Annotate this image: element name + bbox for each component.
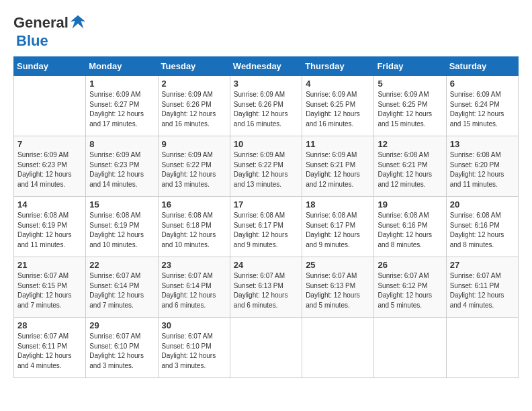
calendar-cell <box>230 318 302 378</box>
col-header-saturday: Saturday <box>446 57 518 76</box>
day-number: 15 <box>89 199 154 210</box>
calendar-week-row: 7Sunrise: 6:09 AM Sunset: 6:23 PM Daylig… <box>14 136 519 197</box>
day-number: 14 <box>17 199 82 210</box>
col-header-sunday: Sunday <box>14 57 86 76</box>
day-info: Sunrise: 6:08 AM Sunset: 6:16 PM Dayligh… <box>378 211 442 250</box>
day-info: Sunrise: 6:08 AM Sunset: 6:20 PM Dayligh… <box>450 150 515 189</box>
day-number: 5 <box>378 79 442 89</box>
logo: GeneralBlue <box>13 13 87 50</box>
day-info: Sunrise: 6:07 AM Sunset: 6:13 PM Dayligh… <box>234 271 298 310</box>
col-header-wednesday: Wednesday <box>230 57 302 76</box>
logo-blue-text: Blue <box>16 32 48 50</box>
day-number: 12 <box>378 139 442 149</box>
logo-general-text: General <box>13 14 69 32</box>
calendar-cell: 23Sunrise: 6:07 AM Sunset: 6:14 PM Dayli… <box>158 257 230 318</box>
day-number: 19 <box>378 199 442 210</box>
col-header-friday: Friday <box>374 57 446 76</box>
calendar-cell: 19Sunrise: 6:08 AM Sunset: 6:16 PM Dayli… <box>374 197 446 257</box>
calendar-cell: 6Sunrise: 6:09 AM Sunset: 6:24 PM Daylig… <box>446 76 518 136</box>
calendar-cell: 5Sunrise: 6:09 AM Sunset: 6:25 PM Daylig… <box>374 76 446 136</box>
day-number: 22 <box>89 260 154 270</box>
calendar-cell: 13Sunrise: 6:08 AM Sunset: 6:20 PM Dayli… <box>446 136 518 197</box>
calendar-header-row: SundayMondayTuesdayWednesdayThursdayFrid… <box>14 57 519 76</box>
calendar-cell: 15Sunrise: 6:08 AM Sunset: 6:19 PM Dayli… <box>86 197 158 257</box>
calendar-cell: 14Sunrise: 6:08 AM Sunset: 6:19 PM Dayli… <box>14 197 86 257</box>
col-header-monday: Monday <box>86 57 158 76</box>
calendar-cell <box>446 318 518 378</box>
calendar-cell: 11Sunrise: 6:09 AM Sunset: 6:21 PM Dayli… <box>302 136 374 197</box>
day-number: 2 <box>162 79 226 89</box>
day-info: Sunrise: 6:09 AM Sunset: 6:24 PM Dayligh… <box>450 90 515 129</box>
calendar-cell: 2Sunrise: 6:09 AM Sunset: 6:26 PM Daylig… <box>158 76 230 136</box>
calendar-cell: 25Sunrise: 6:07 AM Sunset: 6:13 PM Dayli… <box>302 257 374 318</box>
calendar-cell: 16Sunrise: 6:08 AM Sunset: 6:18 PM Dayli… <box>158 197 230 257</box>
day-number: 13 <box>450 139 515 149</box>
calendar-cell: 27Sunrise: 6:07 AM Sunset: 6:11 PM Dayli… <box>446 257 518 318</box>
day-number: 9 <box>162 139 226 149</box>
day-info: Sunrise: 6:09 AM Sunset: 6:23 PM Dayligh… <box>17 150 82 189</box>
day-info: Sunrise: 6:09 AM Sunset: 6:26 PM Dayligh… <box>234 90 298 129</box>
calendar-cell: 7Sunrise: 6:09 AM Sunset: 6:23 PM Daylig… <box>14 136 86 197</box>
calendar-cell: 1Sunrise: 6:09 AM Sunset: 6:27 PM Daylig… <box>86 76 158 136</box>
day-info: Sunrise: 6:07 AM Sunset: 6:14 PM Dayligh… <box>162 271 226 310</box>
calendar-week-row: 14Sunrise: 6:08 AM Sunset: 6:19 PM Dayli… <box>14 197 519 257</box>
day-number: 20 <box>450 199 515 210</box>
day-info: Sunrise: 6:09 AM Sunset: 6:22 PM Dayligh… <box>162 150 226 189</box>
calendar-cell: 30Sunrise: 6:07 AM Sunset: 6:10 PM Dayli… <box>158 318 230 378</box>
calendar-week-row: 28Sunrise: 6:07 AM Sunset: 6:11 PM Dayli… <box>14 318 519 378</box>
day-number: 30 <box>162 320 226 330</box>
day-number: 21 <box>17 260 82 270</box>
svg-marker-0 <box>71 15 85 29</box>
calendar-cell: 10Sunrise: 6:09 AM Sunset: 6:22 PM Dayli… <box>230 136 302 197</box>
day-info: Sunrise: 6:07 AM Sunset: 6:11 PM Dayligh… <box>450 271 515 310</box>
day-number: 27 <box>450 260 515 270</box>
day-info: Sunrise: 6:08 AM Sunset: 6:19 PM Dayligh… <box>89 211 154 250</box>
calendar-cell: 3Sunrise: 6:09 AM Sunset: 6:26 PM Daylig… <box>230 76 302 136</box>
day-info: Sunrise: 6:07 AM Sunset: 6:12 PM Dayligh… <box>378 271 442 310</box>
calendar-cell: 26Sunrise: 6:07 AM Sunset: 6:12 PM Dayli… <box>374 257 446 318</box>
calendar-cell: 9Sunrise: 6:09 AM Sunset: 6:22 PM Daylig… <box>158 136 230 197</box>
day-number: 29 <box>89 320 154 330</box>
calendar-cell: 12Sunrise: 6:08 AM Sunset: 6:21 PM Dayli… <box>374 136 446 197</box>
day-number: 24 <box>234 260 298 270</box>
day-info: Sunrise: 6:09 AM Sunset: 6:26 PM Dayligh… <box>162 90 226 129</box>
calendar-cell: 18Sunrise: 6:08 AM Sunset: 6:17 PM Dayli… <box>302 197 374 257</box>
day-number: 17 <box>234 199 298 210</box>
day-info: Sunrise: 6:09 AM Sunset: 6:21 PM Dayligh… <box>306 150 370 189</box>
calendar-cell: 21Sunrise: 6:07 AM Sunset: 6:15 PM Dayli… <box>14 257 86 318</box>
day-number: 7 <box>17 139 82 149</box>
day-info: Sunrise: 6:09 AM Sunset: 6:27 PM Dayligh… <box>89 90 154 129</box>
day-info: Sunrise: 6:08 AM Sunset: 6:21 PM Dayligh… <box>378 150 442 189</box>
day-number: 3 <box>234 79 298 89</box>
calendar-cell: 4Sunrise: 6:09 AM Sunset: 6:25 PM Daylig… <box>302 76 374 136</box>
calendar-cell: 17Sunrise: 6:08 AM Sunset: 6:17 PM Dayli… <box>230 197 302 257</box>
calendar-week-row: 21Sunrise: 6:07 AM Sunset: 6:15 PM Dayli… <box>14 257 519 318</box>
day-info: Sunrise: 6:08 AM Sunset: 6:17 PM Dayligh… <box>234 211 298 250</box>
day-number: 23 <box>162 260 226 270</box>
calendar-cell: 20Sunrise: 6:08 AM Sunset: 6:16 PM Dayli… <box>446 197 518 257</box>
day-number: 11 <box>306 139 370 149</box>
col-header-tuesday: Tuesday <box>158 57 230 76</box>
calendar-cell <box>374 318 446 378</box>
calendar-week-row: 1Sunrise: 6:09 AM Sunset: 6:27 PM Daylig… <box>14 76 519 136</box>
day-info: Sunrise: 6:08 AM Sunset: 6:16 PM Dayligh… <box>450 211 515 250</box>
day-info: Sunrise: 6:07 AM Sunset: 6:13 PM Dayligh… <box>306 271 370 310</box>
day-info: Sunrise: 6:09 AM Sunset: 6:25 PM Dayligh… <box>306 90 370 129</box>
day-info: Sunrise: 6:07 AM Sunset: 6:10 PM Dayligh… <box>89 332 154 371</box>
calendar-cell: 29Sunrise: 6:07 AM Sunset: 6:10 PM Dayli… <box>86 318 158 378</box>
col-header-thursday: Thursday <box>302 57 374 76</box>
day-number: 10 <box>234 139 298 149</box>
day-number: 8 <box>89 139 154 149</box>
day-info: Sunrise: 6:07 AM Sunset: 6:10 PM Dayligh… <box>162 332 226 371</box>
page-header: GeneralBlue <box>13 13 519 50</box>
logo-bird-icon <box>69 13 87 32</box>
day-number: 28 <box>17 320 82 330</box>
calendar-cell <box>14 76 86 136</box>
day-info: Sunrise: 6:08 AM Sunset: 6:17 PM Dayligh… <box>306 211 370 250</box>
day-info: Sunrise: 6:07 AM Sunset: 6:14 PM Dayligh… <box>89 271 154 310</box>
day-info: Sunrise: 6:09 AM Sunset: 6:23 PM Dayligh… <box>89 150 154 189</box>
day-number: 6 <box>450 79 515 89</box>
calendar-table: SundayMondayTuesdayWednesdayThursdayFrid… <box>13 56 519 378</box>
day-info: Sunrise: 6:08 AM Sunset: 6:19 PM Dayligh… <box>17 211 82 250</box>
calendar-cell: 8Sunrise: 6:09 AM Sunset: 6:23 PM Daylig… <box>86 136 158 197</box>
